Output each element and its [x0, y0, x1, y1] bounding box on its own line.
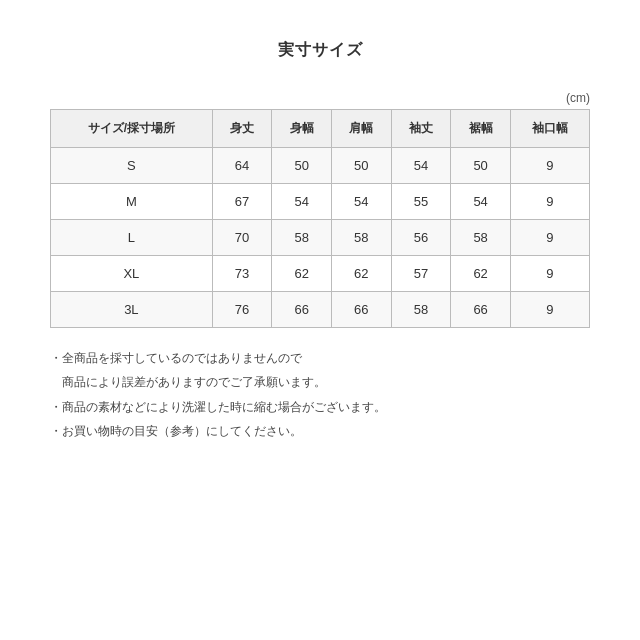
table-cell: 62 — [451, 256, 511, 292]
table-cell: 66 — [332, 292, 392, 328]
table-row: 3L76666658669 — [51, 292, 590, 328]
table-row: L70585856589 — [51, 220, 590, 256]
note-item: ・商品の素材などにより洗濯した時に縮む場合がございます。 — [50, 397, 386, 417]
unit-label: (cm) — [566, 91, 590, 105]
table-row: XL73626257629 — [51, 256, 590, 292]
table-cell: 58 — [391, 292, 451, 328]
table-cell: 58 — [451, 220, 511, 256]
column-header: 裾幅 — [451, 110, 511, 148]
table-cell: 50 — [451, 148, 511, 184]
table-cell: 9 — [510, 148, 589, 184]
table-cell: 3L — [51, 292, 213, 328]
table-cell: 58 — [272, 220, 332, 256]
column-header: 袖丈 — [391, 110, 451, 148]
table-cell: 76 — [212, 292, 272, 328]
column-header: 肩幅 — [332, 110, 392, 148]
table-cell: 54 — [272, 184, 332, 220]
table-cell: 70 — [212, 220, 272, 256]
table-cell: 50 — [332, 148, 392, 184]
table-cell: 9 — [510, 256, 589, 292]
note-item: ・お買い物時の目安（参考）にしてください。 — [50, 421, 386, 441]
table-cell: 54 — [332, 184, 392, 220]
table-cell: 9 — [510, 220, 589, 256]
column-header: 袖口幅 — [510, 110, 589, 148]
table-cell: 56 — [391, 220, 451, 256]
table-cell: 54 — [451, 184, 511, 220]
notes-section: ・全商品を採寸しているのではありませんので 商品により誤差がありますのでご了承願… — [50, 348, 386, 446]
column-header: 身幅 — [272, 110, 332, 148]
table-cell: 9 — [510, 184, 589, 220]
table-cell: M — [51, 184, 213, 220]
page-title: 実寸サイズ — [278, 40, 363, 61]
table-cell: 66 — [272, 292, 332, 328]
column-header: サイズ/採寸場所 — [51, 110, 213, 148]
table-cell: 62 — [272, 256, 332, 292]
table-row: S64505054509 — [51, 148, 590, 184]
column-header: 身丈 — [212, 110, 272, 148]
table-cell: S — [51, 148, 213, 184]
table-cell: 57 — [391, 256, 451, 292]
table-cell: 66 — [451, 292, 511, 328]
table-cell: 58 — [332, 220, 392, 256]
table-cell: 64 — [212, 148, 272, 184]
table-cell: 62 — [332, 256, 392, 292]
table-cell: 55 — [391, 184, 451, 220]
table-cell: 73 — [212, 256, 272, 292]
table-cell: 9 — [510, 292, 589, 328]
table-cell: 50 — [272, 148, 332, 184]
size-table: サイズ/採寸場所身丈身幅肩幅袖丈裾幅袖口幅 S64505054509M67545… — [50, 109, 590, 328]
table-cell: L — [51, 220, 213, 256]
note-item: ・全商品を採寸しているのではありませんので — [50, 348, 386, 368]
table-cell: 54 — [391, 148, 451, 184]
note-item: 商品により誤差がありますのでご了承願います。 — [50, 372, 386, 392]
table-row: M67545455549 — [51, 184, 590, 220]
table-cell: XL — [51, 256, 213, 292]
table-cell: 67 — [212, 184, 272, 220]
